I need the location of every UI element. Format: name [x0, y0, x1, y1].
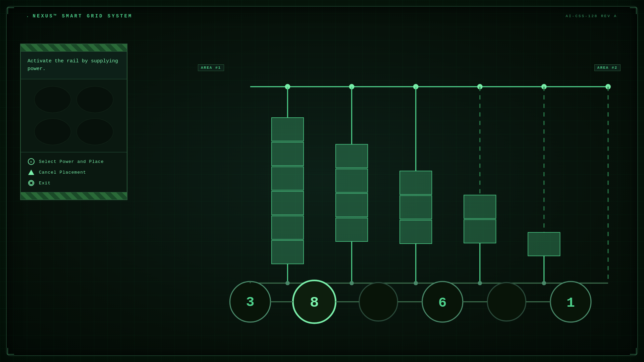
control-label-select: Select Power and Place — [39, 159, 104, 164]
col2-block-1 — [336, 144, 368, 168]
instruction-text: Activate the rail by supplying power. — [28, 58, 120, 73]
controls-box: ✕ Select Power and Place Cancel Placemen… — [21, 153, 127, 192]
svg-text:6: 6 — [438, 295, 447, 311]
corner-marker-tl — [7, 7, 14, 14]
col1-block-6 — [272, 240, 304, 264]
x-button-icon: ✕ — [28, 158, 35, 165]
triangle-icon — [28, 170, 34, 175]
svg-text:1: 1 — [567, 295, 575, 311]
hazard-stripe-top — [21, 44, 127, 52]
grid-diagram-svg: 3 8 6 1 — [154, 40, 624, 328]
panel-border: Activate the rail by supplying power. ✕ … — [20, 44, 127, 200]
bottom-node-dot-3 — [414, 281, 418, 285]
instruction-box: Activate the rail by supplying power. — [21, 52, 127, 79]
bottom-node-dot-4 — [478, 281, 482, 285]
item-slot-2 — [76, 86, 113, 113]
hazard-stripe-bottom — [21, 192, 127, 199]
control-cancel-placement[interactable]: Cancel Placement — [28, 169, 120, 176]
svg-text:3: 3 — [246, 295, 255, 310]
col5-block-1 — [528, 232, 560, 256]
corner-marker-br — [630, 348, 637, 355]
col3-block-3 — [400, 220, 432, 244]
col1-block-2 — [272, 142, 304, 166]
diagram-area: AREA #1 AREA #2 — [154, 40, 624, 328]
col3-block-1 — [400, 171, 432, 194]
x-icon: ✕ — [28, 158, 35, 165]
item-slot-3 — [34, 118, 71, 145]
bottom-node-dot-2 — [350, 281, 354, 285]
bottom-node-dot-1 — [285, 281, 290, 285]
item-slot-1 — [34, 86, 71, 113]
header: Nexus™ Smart Grid System AI-CSS-128 REV … — [0, 13, 644, 19]
col1-block-1 — [272, 118, 304, 141]
circle-icon — [28, 180, 34, 186]
control-exit[interactable]: Exit — [28, 179, 120, 187]
bottom-circle-empty-1 — [359, 283, 398, 321]
corner-marker-bl — [7, 348, 14, 355]
col3-block-2 — [400, 195, 432, 219]
app-title: Nexus™ Smart Grid System — [27, 13, 132, 19]
revision-code: AI-CSS-128 REV A — [566, 14, 617, 18]
control-select-power[interactable]: ✕ Select Power and Place — [28, 158, 120, 165]
col2-block-2 — [336, 169, 368, 192]
svg-text:8: 8 — [310, 294, 319, 311]
control-label-cancel: Cancel Placement — [39, 170, 86, 175]
col1-block-5 — [272, 216, 304, 239]
left-panel: Activate the rail by supplying power. ✕ … — [20, 44, 127, 200]
bottom-node-dot-5 — [542, 281, 546, 285]
col4-block-2 — [464, 220, 496, 243]
triangle-button-icon — [28, 169, 35, 176]
col1-block-4 — [272, 191, 304, 215]
col2-block-3 — [336, 193, 368, 217]
corner-marker-tr — [630, 7, 637, 14]
item-slot-4 — [76, 118, 113, 145]
control-label-exit: Exit — [39, 181, 51, 186]
item-display-area — [21, 79, 127, 153]
col4-block-1 — [464, 195, 496, 219]
bottom-circle-empty-2 — [487, 283, 526, 321]
col1-block-3 — [272, 167, 304, 190]
col2-block-4 — [336, 218, 368, 241]
circle-button-icon — [28, 179, 35, 187]
